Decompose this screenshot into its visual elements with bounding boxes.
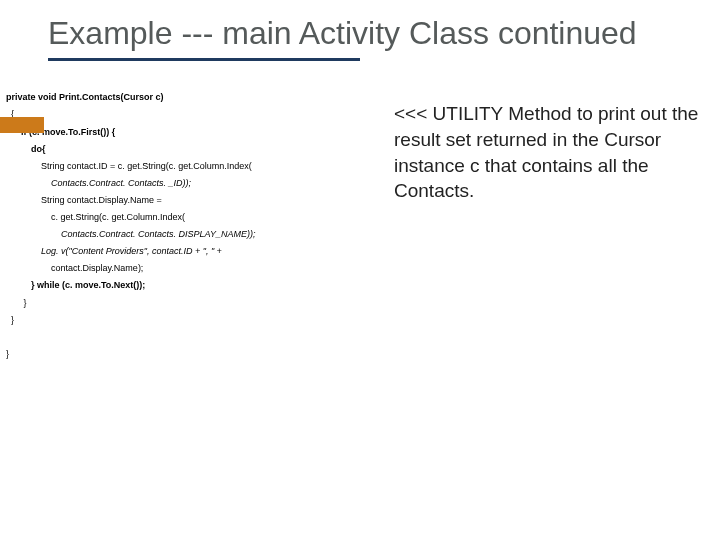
code-line	[6, 329, 376, 346]
code-line: } while (c. move.To.Next());	[6, 277, 376, 294]
code-line: String contact.ID = c. get.String(c. get…	[6, 158, 376, 175]
code-line: contact.Display.Name);	[6, 260, 376, 277]
code-line: private void Print.Contacts(Cursor c)	[6, 89, 376, 106]
code-line: Contacts.Contract. Contacts. DISPLAY_NAM…	[6, 226, 376, 243]
code-line: Contacts.Contract. Contacts. _ID));	[6, 175, 376, 192]
annotation-text: <<< UTILITY Method to print out the resu…	[376, 89, 700, 363]
code-line: }	[6, 346, 376, 363]
slide-title: Example --- main Activity Class continue…	[0, 0, 720, 58]
code-line: }	[6, 295, 376, 312]
code-line: Log. v("Content Providers", contact.ID +…	[6, 243, 376, 260]
content-area: private void Print.Contacts(Cursor c) { …	[0, 61, 720, 363]
code-block: private void Print.Contacts(Cursor c) { …	[6, 89, 376, 363]
accent-bar	[0, 117, 44, 133]
code-line: if (c. move.To.First()) {	[6, 124, 376, 141]
code-line: }	[6, 312, 376, 329]
code-line: String contact.Display.Name =	[6, 192, 376, 209]
code-line: {	[6, 106, 376, 123]
code-line: do{	[6, 141, 376, 158]
code-line: c. get.String(c. get.Column.Index(	[6, 209, 376, 226]
